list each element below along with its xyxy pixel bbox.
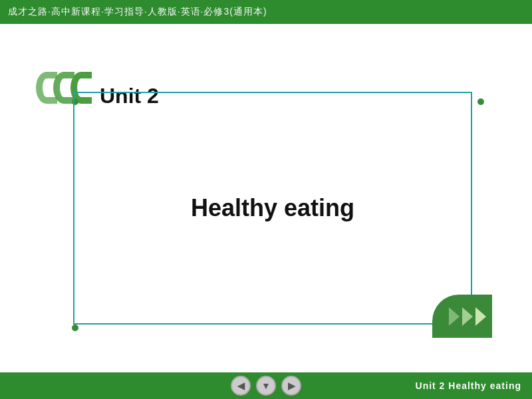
arrow-1 <box>449 307 460 326</box>
footer-title: Healthy eating <box>448 380 521 391</box>
corner-dot-bottomleft <box>72 325 78 331</box>
header-bar: 成才之路·高中新课程·学习指导·人教版·英语·必修3(通用本) <box>0 0 532 24</box>
down-button[interactable]: ▼ <box>256 376 276 396</box>
bottom-bar: ◀ ▼ ▶ Unit 2 Healthy eating <box>0 372 532 399</box>
down-icon: ▼ <box>261 380 271 391</box>
main-content: Unit 2 Healthy eating <box>0 24 532 372</box>
corner-dot-topright <box>477 98 484 105</box>
arrow-2 <box>462 307 473 326</box>
arrow-3 <box>475 307 486 326</box>
next-icon: ▶ <box>288 380 295 391</box>
main-title: Healthy eating <box>191 194 354 222</box>
c-shape-2 <box>53 72 74 104</box>
inner-box: Healthy eating <box>73 92 472 325</box>
footer-unit: Unit 2 <box>416 380 446 391</box>
bottom-info: Unit 2 Healthy eating <box>416 380 521 391</box>
deco-right-arrows <box>432 295 492 338</box>
next-button[interactable]: ▶ <box>281 376 301 396</box>
prev-icon: ◀ <box>237 380 245 391</box>
prev-button[interactable]: ◀ <box>231 376 251 396</box>
slide-container: Unit 2 Healthy eating <box>40 59 492 338</box>
nav-buttons: ◀ ▼ ▶ <box>231 376 301 396</box>
header-title: 成才之路·高中新课程·学习指导·人教版·英语·必修3(通用本) <box>8 6 267 18</box>
